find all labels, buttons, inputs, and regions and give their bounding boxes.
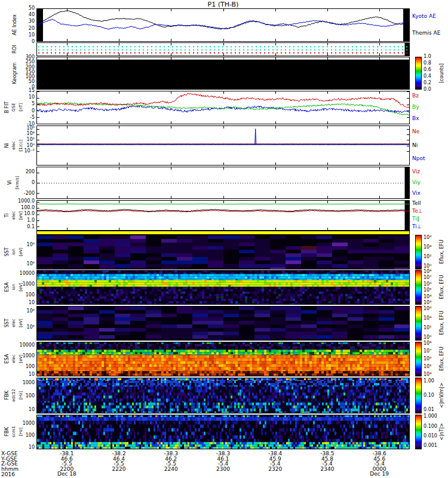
ni-ytick: 10⁻²	[0, 149, 35, 154]
fbk1-ytick: 100	[0, 394, 35, 399]
esa_elec-colorbar-unit: Eflux, EFU	[439, 342, 444, 376]
esa_ion-ytick: 10	[0, 301, 35, 305]
date-label-2200: Dec 18	[48, 471, 86, 477]
sst_ion-ytick: 10⁵	[0, 262, 35, 266]
esa_elec-ytick: 10	[0, 372, 35, 377]
sst_ion-colorbar-unit: Eflux, EFU	[439, 235, 444, 269]
bottom-col-2300-hhmm: 2300	[204, 467, 243, 472]
roi-plot-canvas	[37, 43, 409, 56]
vi-ytick: 0	[0, 180, 35, 185]
ae-plot-canvas	[37, 9, 409, 41]
legend-vix: Vix	[412, 191, 421, 196]
keo-colorbar	[415, 57, 422, 90]
bfit-ytick: 10	[0, 95, 35, 100]
fbk1-ytick: 1000	[0, 381, 35, 385]
esa_ion-ytick: 1000	[0, 282, 35, 287]
fbk2-colorbar-tick: 0.100	[424, 424, 437, 429]
esa_elec-colorbar-tick: 10⁵	[424, 364, 431, 369]
sst_elec-ytick: 10⁵	[0, 325, 35, 330]
panel-bfit	[36, 91, 410, 124]
esa_elec-ytick: 100	[0, 364, 35, 369]
bottom-col-2220-hhmm: 2220	[100, 467, 138, 472]
fbk2-ytick: 10	[0, 445, 35, 450]
ae-ytick: 50	[0, 6, 35, 11]
temp-ytick: 1000.0	[0, 199, 35, 204]
temp-ytick: 100.0	[0, 206, 35, 210]
vi-ytick: -200	[0, 191, 35, 196]
keo-colorbar-unit: [counts]	[439, 57, 444, 90]
legend-viz: Viz	[412, 169, 420, 174]
sst_ion-colorbar-tick: 10²	[424, 255, 431, 259]
fbk2-colorbar-tick: 0.001	[424, 443, 437, 448]
panel-fbk1	[36, 378, 410, 413]
fbk1-colorbar-tick: 0.01	[424, 407, 434, 412]
keo-colorbar-tick: 0.6	[424, 68, 431, 72]
vi-plot-canvas	[37, 167, 409, 198]
keo-colorbar-tick: 0.8	[424, 61, 431, 66]
sst_ion-ytick: 10⁶	[0, 243, 35, 247]
fbk2-axis-label-1: scm1	[11, 415, 17, 449]
temp-ytick: 0.1	[0, 225, 35, 229]
fbk2-ytick: 1000	[0, 421, 35, 426]
ae-ytick: 40	[0, 13, 35, 17]
legend-npot: Npot	[412, 156, 425, 161]
sst_elec-colorbar-tick: 10⁰	[424, 335, 431, 340]
esa_ion-colorbar-tick: 10⁶	[424, 282, 431, 287]
ni-ytick: 10⁴	[0, 131, 35, 136]
legend-ni: Ni	[412, 143, 418, 148]
legend-bz: Bz	[412, 93, 419, 99]
fbk1-colorbar-tick: 1.00	[424, 379, 434, 384]
panel-ni	[36, 125, 410, 166]
ni-ytick: 10⁰	[0, 143, 35, 148]
panel-sst_elec	[36, 306, 410, 341]
ni-ytick: 10²	[0, 137, 35, 142]
legend-kyoto-ae: Kyoto AE	[412, 14, 436, 19]
fbk2-plot-canvas	[37, 415, 409, 449]
temp-ytick: 10.0	[0, 212, 35, 216]
temp-ytick: 1.0	[0, 218, 35, 223]
roi-axis-label-0: ROI	[12, 42, 17, 56]
sst_elec-colorbar-tick: 10⁴	[424, 316, 431, 321]
bfit-ytick: -5	[0, 115, 35, 120]
esa_ion-colorbar	[415, 270, 422, 305]
sst_elec-colorbar	[415, 306, 422, 341]
fbk2-colorbar-tick: 1.000	[424, 414, 437, 419]
bfit-ytick: 0	[0, 109, 35, 114]
esa_elec-colorbar-tick: 10⁸	[424, 341, 431, 346]
panel-esa_elec	[36, 342, 410, 376]
esa_elec-plot-canvas	[37, 342, 409, 376]
bfit-ytick: 15	[0, 88, 35, 93]
legend-bx: Bx	[412, 116, 419, 121]
fbk2-axis-label-0: FBK	[4, 415, 10, 449]
keo-plot-canvas	[37, 57, 409, 89]
esa_elec-ytick: 1000	[0, 354, 35, 358]
sst_ion-colorbar-tick: 10⁴	[424, 245, 431, 250]
sst_elec-ytick: 10⁶	[0, 309, 35, 314]
year-label: 2016	[1, 472, 15, 477]
esa_ion-colorbar-tick: 10⁵	[424, 288, 431, 293]
fbk2-axis-label-2: [Hz]	[19, 415, 24, 449]
esa_ion-colorbar-tick: 10⁸	[424, 269, 431, 274]
esa_elec-colorbar-tick: 10⁷	[424, 349, 431, 354]
panel-ae	[36, 8, 410, 42]
fbk1-ytick: 10	[0, 407, 35, 412]
ae-ytick: 0	[0, 39, 35, 44]
esa_elec-colorbar-tick: 10⁴	[424, 372, 431, 377]
panel-esa_ion	[36, 270, 410, 305]
esa_ion-colorbar-tick: 10⁷	[424, 275, 431, 280]
fbk1-colorbar-unit: <|mV/m|>	[439, 378, 444, 413]
page-title: P1 (TH-B)	[36, 1, 410, 8]
panel-sst_ion	[36, 235, 410, 269]
esa_ion-colorbar-tick: 10³	[424, 301, 431, 305]
panel-keo	[36, 57, 410, 90]
sst_elec-colorbar-tick: 10²	[424, 326, 431, 330]
legend-ne: Ne	[412, 129, 419, 134]
sst_elec-plot-canvas	[37, 307, 409, 340]
bfit-ytick: 5	[0, 102, 35, 106]
esa_ion-colorbar-unit: Eflux, EFU	[439, 270, 444, 305]
sst_ion-colorbar	[415, 235, 422, 269]
ae-ytick: 20	[0, 26, 35, 31]
ae-ytick: 10	[0, 33, 35, 38]
fbk2-colorbar-tick: 0.010	[424, 434, 437, 439]
keo-colorbar-tick: 0.0	[424, 87, 431, 92]
